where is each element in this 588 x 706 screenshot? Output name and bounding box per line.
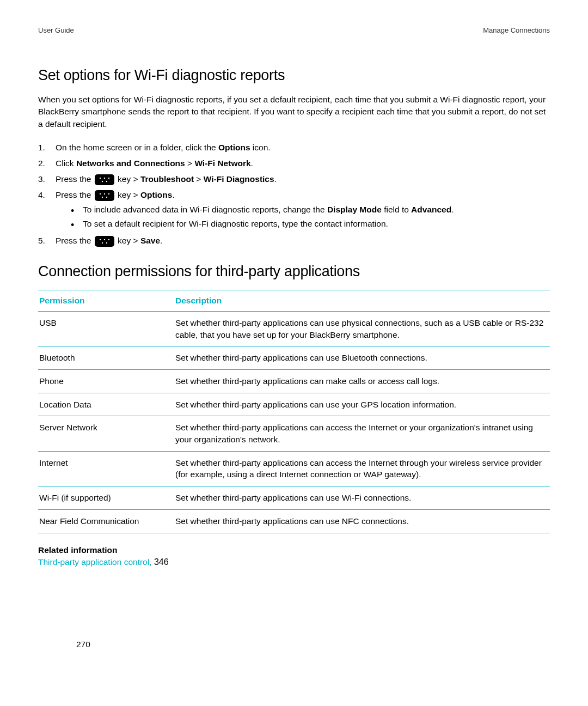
step-number: 1.: [38, 141, 56, 155]
related-link-page: 346: [152, 557, 169, 567]
table-cell-permission: Phone: [38, 370, 174, 393]
table-row: Bluetooth Set whether third-party applic…: [38, 346, 550, 370]
step-1: 1. On the home screen or in a folder, cl…: [38, 141, 550, 155]
table-header-description: Description: [174, 290, 550, 311]
page-number: 270: [76, 640, 90, 649]
related-information-heading: Related information: [38, 545, 550, 555]
table-cell-permission: USB: [38, 311, 174, 346]
table-cell-description: Set whether third-party applications can…: [174, 393, 550, 416]
table-row: USB Set whether third-party applications…: [38, 311, 550, 346]
related-link-row: Third-party application control, 346: [38, 557, 550, 567]
table-cell-permission: Near Field Communication: [38, 509, 174, 533]
table-cell-description: Set whether third-party applications can…: [174, 311, 550, 346]
section2-heading: Connection permissions for third-party a…: [38, 263, 550, 280]
permissions-table: Permission Description USB Set whether t…: [38, 290, 550, 533]
step-4: 4. Press the key > Options. To include a…: [38, 188, 550, 232]
step-content: On the home screen or in a folder, click…: [56, 141, 550, 155]
step-content: Click Networks and Connections > Wi-Fi N…: [56, 157, 550, 171]
step-number: 5.: [38, 234, 56, 248]
header-right: Manage Connections: [483, 26, 550, 34]
step-number: 4.: [38, 188, 56, 232]
table-cell-permission: Internet: [38, 451, 174, 486]
table-cell-permission: Bluetooth: [38, 346, 174, 370]
blackberry-key-icon: [95, 174, 114, 185]
section1-steps: 1. On the home screen or in a folder, cl…: [38, 141, 550, 248]
related-link[interactable]: Third-party application control,: [38, 557, 152, 567]
bullet-item: To set a default recipient for Wi-Fi dia…: [71, 217, 550, 231]
step-number: 2.: [38, 157, 56, 171]
step-4-bullets: To include advanced data in Wi-Fi diagno…: [71, 203, 550, 232]
blackberry-key-icon: [95, 190, 114, 201]
table-cell-description: Set whether third-party applications can…: [174, 451, 550, 486]
section1-intro: When you set options for Wi-Fi diagnosti…: [38, 94, 550, 130]
table-cell-description: Set whether third-party applications can…: [174, 509, 550, 533]
step-2: 2. Click Networks and Connections > Wi-F…: [38, 157, 550, 171]
step-content: Press the key > Troubleshoot > Wi-Fi Dia…: [56, 173, 550, 186]
table-cell-description: Set whether third-party applications can…: [174, 416, 550, 451]
table-row: Near Field Communication Set whether thi…: [38, 509, 550, 533]
table-row: Server Network Set whether third-party a…: [38, 416, 550, 451]
table-header-permission: Permission: [38, 290, 174, 311]
section1-heading: Set options for Wi-Fi diagnostic reports: [38, 67, 550, 84]
table-cell-permission: Location Data: [38, 393, 174, 416]
step-number: 3.: [38, 173, 56, 186]
step-content: Press the key > Save.: [56, 234, 550, 248]
table-row: Wi-Fi (if supported) Set whether third-p…: [38, 486, 550, 510]
header-left: User Guide: [38, 26, 74, 34]
table-row: Location Data Set whether third-party ap…: [38, 393, 550, 416]
step-3: 3. Press the key > Troubleshoot > Wi-Fi …: [38, 173, 550, 186]
table-cell-permission: Server Network: [38, 416, 174, 451]
table-cell-description: Set whether third-party applications can…: [174, 370, 550, 393]
bullet-item: To include advanced data in Wi-Fi diagno…: [71, 203, 550, 217]
page-header: User Guide Manage Connections: [38, 26, 550, 34]
table-row: Phone Set whether third-party applicatio…: [38, 370, 550, 393]
table-cell-description: Set whether third-party applications can…: [174, 486, 550, 510]
table-cell-permission: Wi-Fi (if supported): [38, 486, 174, 510]
table-cell-description: Set whether third-party applications can…: [174, 346, 550, 370]
step-content: Press the key > Options. To include adva…: [56, 188, 550, 232]
table-row: Internet Set whether third-party applica…: [38, 451, 550, 486]
step-5: 5. Press the key > Save.: [38, 234, 550, 248]
blackberry-key-icon: [95, 236, 114, 247]
